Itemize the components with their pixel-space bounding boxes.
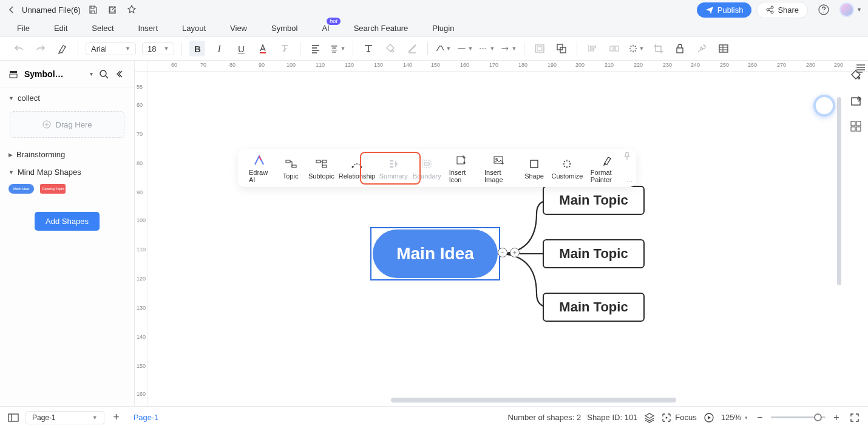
menu-insert[interactable]: Insert	[138, 24, 158, 33]
lock-icon[interactable]	[672, 41, 688, 56]
page-tab[interactable]: Page-1	[129, 413, 164, 422]
export-panel-icon[interactable]	[849, 93, 863, 108]
play-icon[interactable]	[703, 412, 715, 424]
ai-assistant-bubble[interactable]	[813, 95, 835, 117]
menu-edit[interactable]: Edit	[54, 24, 67, 33]
menu-ai[interactable]: AI hot	[322, 24, 329, 33]
align-left-icon[interactable]	[308, 41, 324, 56]
grid-panel-icon[interactable]	[849, 119, 863, 134]
menu-file[interactable]: File	[17, 24, 30, 33]
overlap-icon[interactable]	[554, 41, 569, 56]
zoom-out-icon[interactable]: −	[754, 412, 766, 424]
shape-icon	[527, 157, 541, 171]
table-icon[interactable]	[716, 41, 731, 56]
shape-thumb-floating-topic[interactable]: Floating Topic	[40, 184, 66, 194]
ctx-topic[interactable]: Topic	[276, 155, 305, 182]
fullscreen-icon[interactable]	[849, 412, 861, 424]
align-vertical-icon[interactable]: ▼	[330, 41, 345, 56]
menu-search-feature[interactable]: Search Feature	[354, 24, 409, 33]
clear-format-icon[interactable]	[277, 41, 293, 56]
user-menu[interactable]: ▼	[839, 2, 862, 17]
boundary-icon	[420, 157, 433, 171]
section-mindmap-shapes[interactable]: ▼ Mind Map Shapes	[0, 161, 134, 179]
save-icon[interactable]	[86, 2, 100, 17]
hot-badge: hot	[327, 18, 341, 25]
image-inside-icon[interactable]	[532, 41, 548, 56]
bold-icon[interactable]: B	[189, 41, 205, 56]
tools-icon[interactable]	[694, 41, 710, 56]
zoom-select[interactable]: 125% ▾	[721, 413, 748, 422]
zoom-slider[interactable]	[771, 416, 826, 418]
section-collect[interactable]: ▼ collect	[0, 87, 134, 105]
node-main-idea[interactable]: Main Idea	[373, 229, 498, 278]
menu-plugin[interactable]: Plugin	[432, 24, 454, 33]
distribute-icon[interactable]	[606, 41, 622, 56]
node-topic[interactable]: Main Topic	[543, 293, 645, 322]
line-color-icon[interactable]	[404, 41, 420, 56]
horizontal-scrollbar[interactable]	[391, 398, 676, 403]
effects-icon[interactable]: ▼	[628, 41, 644, 56]
outline-toggle-icon[interactable]	[855, 63, 866, 73]
ctx-relationship[interactable]: Relationship	[337, 155, 376, 182]
vertical-scrollbar[interactable]	[837, 97, 841, 285]
menu-symbol[interactable]: Symbol	[271, 24, 297, 33]
node-topic[interactable]: Main Topic	[543, 186, 645, 215]
add-page-icon[interactable]: +	[110, 412, 123, 424]
back-button[interactable]	[6, 4, 17, 15]
more-icon[interactable]: ⋯	[626, 178, 632, 185]
redo-icon[interactable]	[33, 41, 49, 56]
panel-toggle-icon[interactable]	[7, 412, 19, 424]
underline-icon[interactable]: U	[233, 41, 249, 56]
open-externally-icon[interactable]	[105, 2, 120, 17]
add-handle[interactable]: +	[510, 248, 520, 257]
italic-icon[interactable]: I	[211, 41, 227, 56]
line-style-icon[interactable]: ▼	[457, 41, 473, 56]
add-shapes-button[interactable]: Add Shapes	[35, 212, 100, 231]
star-icon[interactable]	[124, 2, 139, 17]
svg-point-29	[496, 158, 498, 160]
focus-button[interactable]: Focus	[662, 413, 696, 423]
align-objects-icon[interactable]	[585, 41, 600, 56]
zoom-in-icon[interactable]: +	[830, 412, 843, 424]
collapse-sidebar-icon[interactable]	[115, 68, 127, 80]
font-color-icon[interactable]	[255, 41, 271, 56]
collapse-handle[interactable]: −	[498, 248, 507, 257]
help-icon[interactable]	[816, 2, 831, 17]
menu-layout[interactable]: Layout	[182, 24, 206, 33]
shape-thumb-main-idea[interactable]: Main Idea	[8, 184, 34, 194]
node-topic[interactable]: Main Topic	[543, 239, 645, 268]
ctx-boundary[interactable]: Boundary	[411, 155, 443, 182]
ctx-shape[interactable]: Shape	[520, 155, 549, 182]
page-select[interactable]: Page-1 ▼	[25, 411, 104, 424]
search-icon[interactable]	[98, 68, 110, 80]
menu-view[interactable]: View	[230, 24, 247, 33]
font-size-select[interactable]: 18 ▼	[142, 42, 174, 55]
crop-icon[interactable]	[650, 41, 666, 56]
drag-here-dropzone[interactable]: Drag Here	[10, 111, 124, 138]
font-family-select[interactable]: Arial ▼	[86, 42, 136, 55]
fill-icon[interactable]	[382, 41, 398, 56]
zoom-slider-thumb[interactable]	[814, 413, 822, 421]
ctx-insert-icon[interactable]: Insert Icon	[444, 151, 478, 186]
share-button[interactable]: Share	[756, 2, 808, 18]
chevron-down-icon[interactable]: ▾	[90, 70, 93, 77]
pin-icon[interactable]	[623, 152, 632, 161]
text-box-icon[interactable]	[361, 41, 376, 56]
library-icon[interactable]	[7, 68, 19, 80]
line-dash-icon[interactable]: ▼	[479, 41, 495, 56]
format-brush-icon[interactable]	[55, 41, 70, 56]
canvas[interactable]: 6070809010011012013014015016017018019020…	[135, 61, 868, 406]
section-brainstorming[interactable]: ▶ Brainstorming	[0, 144, 134, 161]
ctx-customize[interactable]: Customize	[550, 155, 585, 182]
connector-icon[interactable]: ▼	[435, 41, 451, 56]
publish-button[interactable]: Publish	[697, 2, 752, 18]
topic-icon	[284, 157, 297, 171]
ctx-edraw-ai[interactable]: Edraw AI	[244, 151, 275, 186]
layers-icon[interactable]	[643, 412, 656, 424]
ctx-summary[interactable]: Summary	[378, 155, 410, 182]
ctx-insert-image[interactable]: Insert Image	[480, 151, 518, 186]
ctx-subtopic[interactable]: Subtopic	[307, 155, 337, 182]
arrow-style-icon[interactable]: ▼	[501, 41, 517, 56]
menu-select[interactable]: Select	[92, 24, 114, 33]
undo-icon[interactable]	[11, 41, 27, 56]
